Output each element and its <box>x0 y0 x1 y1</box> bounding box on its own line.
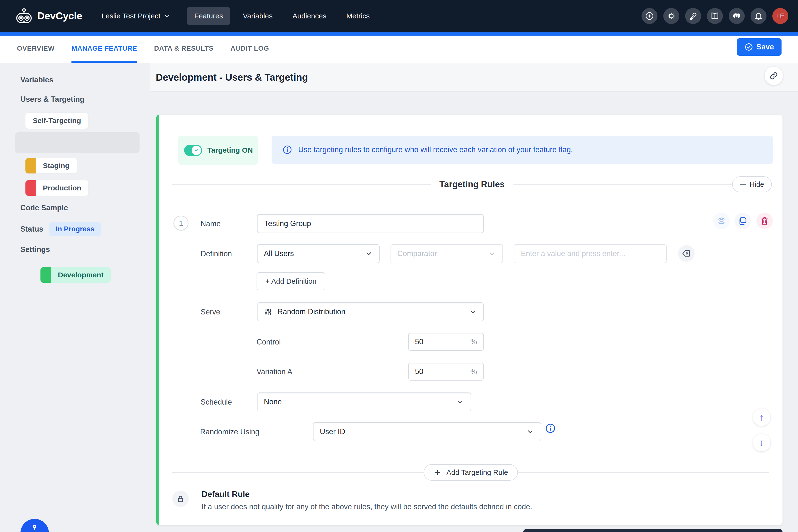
production-color-swatch <box>25 180 36 196</box>
section-titlebar: Development - Users & Targeting <box>150 63 798 92</box>
definition-label: Definition <box>201 249 232 258</box>
chevron-down-icon <box>456 398 464 406</box>
settings-button[interactable] <box>663 8 679 24</box>
feature-tabbar: OVERVIEW MANAGE FEATURE DATA & RESULTS A… <box>0 36 798 63</box>
plus-icon <box>433 468 442 476</box>
trash-icon <box>760 216 770 226</box>
partially-visible-bottom-panel <box>523 529 782 532</box>
targeting-rules-title: Targeting Rules <box>431 179 513 189</box>
nav-item-audiences[interactable]: Audiences <box>285 7 334 25</box>
api-keys-button[interactable] <box>685 8 701 24</box>
people-group-icon <box>717 216 726 226</box>
tab-data-results[interactable]: DATA & RESULTS <box>154 36 213 63</box>
info-banner-text: Use targeting rules to configure who wil… <box>298 145 573 154</box>
sliders-icon <box>264 307 272 316</box>
arrow-down-icon: ↓ <box>759 437 764 448</box>
save-button[interactable]: Save <box>737 38 781 56</box>
sidebar-item-users-targeting[interactable]: Users & Targeting <box>20 95 84 104</box>
nav-item-features[interactable]: Features <box>187 7 230 25</box>
sidebar-item-development[interactable]: Development <box>15 132 139 153</box>
copy-icon <box>738 216 747 226</box>
sidebar-item-staging[interactable]: Staging <box>25 158 77 173</box>
schedule-select[interactable]: None <box>257 393 471 411</box>
project-selector[interactable]: Leslie Test Project <box>101 12 170 20</box>
chevron-down-icon <box>164 13 170 19</box>
randomize-using-select[interactable]: User ID <box>313 422 541 441</box>
devcycle-app: DevCycle Leslie Test Project Features Va… <box>0 0 798 532</box>
sidebar-item-settings[interactable]: Settings <box>20 245 50 254</box>
targeting-rules-header: Targeting Rules Hide <box>172 176 772 192</box>
accent-strip <box>0 32 798 36</box>
sidebar-item-self-targeting[interactable]: Self-Targeting <box>25 113 88 129</box>
info-icon <box>545 423 556 434</box>
targeting-toggle-label: Targeting ON <box>207 146 253 154</box>
robot-mascot-icon <box>26 523 43 532</box>
variation-a-label: Variation A <box>256 367 292 376</box>
targeting-card: Targeting ON Use targeting rules to conf… <box>156 115 782 525</box>
clear-definition-button[interactable] <box>678 245 695 262</box>
scroll-up-button[interactable]: ↑ <box>753 408 771 426</box>
rule-number-badge: 1 <box>173 215 189 231</box>
sidebar-item-variables[interactable]: Variables <box>20 76 53 84</box>
sidebar-item-production[interactable]: Production <box>25 180 89 196</box>
control-label: Control <box>256 338 281 346</box>
robot-logo-icon <box>15 7 34 24</box>
docs-button[interactable] <box>707 8 723 24</box>
add-definition-button[interactable]: + Add Definition <box>256 272 325 290</box>
info-banner: Use targeting rules to configure who wil… <box>271 136 773 164</box>
serve-select[interactable]: Random Distribution <box>257 302 484 321</box>
top-navigation: DevCycle Leslie Test Project Features Va… <box>0 0 798 32</box>
notifications-button[interactable] <box>750 8 766 24</box>
book-icon <box>710 12 720 21</box>
percent-suffix: % <box>470 367 477 376</box>
add-targeting-rule-button[interactable]: Add Targeting Rule <box>424 464 518 481</box>
sidebar-status-label: Status <box>20 225 43 233</box>
scroll-down-button[interactable]: ↓ <box>753 434 771 451</box>
delete-rule-button[interactable] <box>756 213 773 229</box>
discord-button[interactable] <box>729 8 745 24</box>
tab-manage-feature[interactable]: MANAGE FEATURE <box>72 36 137 63</box>
key-icon <box>688 12 698 21</box>
add-circle-button[interactable] <box>642 8 658 24</box>
chevron-down-icon <box>469 308 477 316</box>
definition-value-input[interactable] <box>514 244 667 263</box>
chevron-down-icon <box>365 249 373 258</box>
nav-icon-group: LE <box>642 8 788 24</box>
default-rule-lock <box>172 491 189 507</box>
tab-overview[interactable]: OVERVIEW <box>17 36 55 63</box>
plus-circle-icon <box>645 12 654 21</box>
control-percentage-input[interactable] <box>415 338 470 346</box>
duplicate-rule-button[interactable] <box>735 213 751 229</box>
tab-audit-log[interactable]: AUDIT LOG <box>230 36 269 63</box>
audience-save-button[interactable] <box>713 213 730 229</box>
hide-rules-button[interactable]: Hide <box>732 176 772 192</box>
comparator-select[interactable]: Comparator <box>391 244 503 263</box>
check-icon <box>194 147 200 153</box>
devcycle-logo: DevCycle <box>15 7 82 24</box>
brand-name: DevCycle <box>37 10 82 22</box>
link-icon <box>769 71 779 81</box>
copy-link-button[interactable] <box>764 66 783 85</box>
variation-a-percentage-field: % <box>408 363 484 381</box>
rule-name-input[interactable] <box>257 214 484 233</box>
schedule-label: Schedule <box>201 398 232 406</box>
help-widget-button[interactable] <box>20 519 49 532</box>
targeting-toggle[interactable] <box>184 145 202 156</box>
variation-a-percentage-input[interactable] <box>415 367 470 376</box>
default-rule-description: If a user does not qualify for any of th… <box>202 502 532 511</box>
audience-select[interactable]: All Users <box>257 244 380 263</box>
sidebar-item-code-sample[interactable]: Code Sample <box>20 204 68 212</box>
bell-icon <box>754 12 763 21</box>
default-rule-title: Default Rule <box>202 489 249 499</box>
user-avatar[interactable]: LE <box>772 8 788 24</box>
nav-item-variables[interactable]: Variables <box>235 7 280 25</box>
arrow-up-icon: ↑ <box>759 412 764 423</box>
percent-suffix: % <box>470 338 477 346</box>
randomize-info-button[interactable] <box>545 423 556 434</box>
check-circle-icon <box>744 43 753 51</box>
randomize-using-label: Randomize Using <box>200 428 260 436</box>
toggle-knob <box>192 146 201 155</box>
nav-item-metrics[interactable]: Metrics <box>339 7 377 25</box>
serve-label: Serve <box>201 308 220 317</box>
development-color-swatch <box>40 267 51 283</box>
